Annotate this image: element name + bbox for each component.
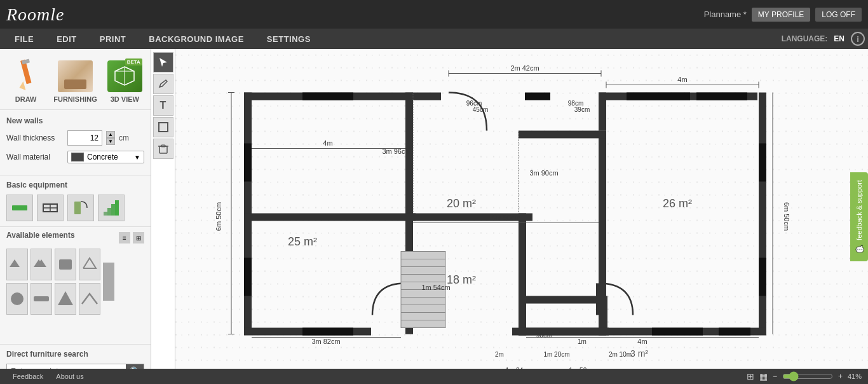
- svg-rect-51: [244, 258, 252, 296]
- canvas-area[interactable]: 25 m² 20 m² 26 m² 18 m² 3 m² 2m 42cm 4m …: [175, 49, 868, 384]
- svg-rect-10: [74, 202, 81, 214]
- wall-thickness-input[interactable]: [67, 130, 102, 146]
- equipment-row: [6, 195, 144, 221]
- my-profile-button[interactable]: MY PROFILE: [752, 8, 810, 22]
- elem-item-5[interactable]: [6, 283, 28, 315]
- header-right: Planname * MY PROFILE LOG OFF: [704, 8, 862, 22]
- material-value: Concrete: [87, 153, 118, 161]
- svg-text:3 m²: 3 m²: [630, 348, 648, 359]
- elements-grid: [6, 249, 100, 315]
- language-value[interactable]: EN: [834, 34, 844, 43]
- menubar-right: LANGUAGE: EN i: [782, 32, 865, 46]
- elem-item-7[interactable]: [55, 283, 76, 315]
- menu-item-background-image[interactable]: BACKGROUND IMAGE: [137, 29, 255, 49]
- equip-item-window[interactable]: [37, 195, 64, 221]
- tool-shape[interactable]: [153, 117, 173, 137]
- elem-item-2[interactable]: [31, 249, 52, 280]
- elem-item-4[interactable]: [79, 249, 100, 280]
- 3dview-tool[interactable]: BETA 3D VIEW: [104, 55, 146, 106]
- tool-select[interactable]: [153, 52, 173, 72]
- logo: Roomle: [6, 4, 65, 25]
- draw-tool[interactable]: DRAW: [5, 55, 46, 106]
- svg-rect-19: [159, 123, 168, 132]
- svg-text:2m: 2m: [495, 351, 504, 358]
- equip-item-wall[interactable]: [6, 195, 33, 221]
- svg-rect-64: [519, 328, 609, 336]
- svg-point-16: [11, 292, 24, 305]
- svg-text:45cm: 45cm: [473, 106, 488, 113]
- available-elements-section: Available elements ≡ ⊞: [0, 227, 151, 344]
- zoom-in-icon[interactable]: +: [838, 372, 843, 381]
- svg-rect-29: [759, 93, 766, 334]
- elements-scroll-btn[interactable]: [103, 263, 114, 301]
- svg-rect-33: [244, 214, 416, 221]
- elem-item-6[interactable]: [31, 283, 52, 315]
- list-view-btn[interactable]: ≡: [119, 232, 130, 243]
- tool-text[interactable]: T: [153, 95, 173, 116]
- svg-text:4m 50cm: 4m 50cm: [491, 214, 520, 221]
- svg-rect-57: [759, 258, 766, 296]
- menu-item-file[interactable]: FILE: [3, 29, 45, 49]
- material-color-swatch: [71, 153, 84, 161]
- draw-icon: [8, 58, 43, 93]
- svg-rect-15: [59, 259, 72, 270]
- statusbar-left: Feedback About us: [6, 373, 90, 380]
- zoom-out-icon[interactable]: −: [773, 372, 777, 381]
- tool-delete[interactable]: [153, 139, 173, 159]
- svg-rect-12: [107, 208, 111, 216]
- language-label: LANGUAGE:: [782, 34, 828, 43]
- menu-item-settings[interactable]: SETTINGS: [255, 29, 322, 49]
- grid-view-btn[interactable]: ⊞: [133, 232, 144, 243]
- elements-scrollbar: [100, 249, 114, 315]
- wall-thickness-row: Wall thickness ▲ ▼ cm: [6, 130, 144, 146]
- furnishing-tool[interactable]: FURNISHING: [50, 55, 100, 106]
- svg-text:4m: 4m: [677, 76, 687, 83]
- furnishing-icon: [58, 58, 93, 93]
- svg-text:90cm: 90cm: [536, 332, 552, 339]
- floorplan-svg: 25 m² 20 m² 26 m² 18 m² 3 m² 2m 42cm 4m …: [175, 49, 868, 384]
- equip-item-door[interactable]: [67, 195, 94, 221]
- menu-item-edit[interactable]: EDIT: [45, 29, 88, 49]
- material-dropdown-arrow: ▼: [134, 154, 140, 161]
- thickness-down-btn[interactable]: ▼: [106, 138, 115, 145]
- draw-label: DRAW: [15, 95, 37, 103]
- svg-rect-60: [719, 328, 750, 336]
- log-off-button[interactable]: LOG OFF: [815, 8, 862, 22]
- about-link[interactable]: About us: [50, 373, 90, 380]
- tool-pencil[interactable]: [153, 74, 173, 94]
- svg-rect-6: [12, 205, 27, 210]
- elem-item-3[interactable]: [55, 249, 76, 280]
- zoom-slider[interactable]: [782, 371, 833, 381]
- avail-header: Available elements ≡ ⊞: [6, 231, 144, 245]
- thickness-up-btn[interactable]: ▲: [106, 131, 115, 138]
- info-icon[interactable]: i: [851, 32, 865, 46]
- 3dview-icon: BETA: [107, 58, 142, 93]
- elements-wrapper: [6, 249, 144, 315]
- wall-material-row: Wall material Concrete ▼: [6, 151, 144, 163]
- svg-rect-17: [34, 296, 49, 301]
- furnishing-label: FURNISHING: [53, 95, 97, 103]
- tools-row: DRAW FURNISHING: [0, 49, 151, 110]
- canvas-wrapper: T: [151, 49, 868, 384]
- grid-icon2: ▦: [759, 371, 768, 381]
- sidebar: DRAW FURNISHING: [0, 49, 151, 384]
- elem-item-1[interactable]: [6, 249, 28, 280]
- wall-material-label: Wall material: [6, 153, 64, 161]
- svg-text:25 m²: 25 m²: [288, 235, 317, 248]
- svg-text:26 m²: 26 m²: [663, 197, 692, 210]
- equip-item-stair[interactable]: [98, 195, 125, 221]
- 3dview-label: 3D VIEW: [111, 95, 139, 103]
- feedback-tab[interactable]: 💬 feedback & support: [850, 172, 868, 261]
- svg-rect-20: [159, 146, 167, 153]
- left-toolbar: T: [151, 49, 175, 384]
- svg-rect-13: [111, 204, 115, 216]
- wall-thickness-label: Wall thickness: [6, 134, 64, 142]
- feedback-link[interactable]: Feedback: [6, 373, 50, 380]
- elem-item-8[interactable]: [79, 283, 100, 315]
- svg-text:1m: 1m: [578, 338, 587, 345]
- wall-material-select[interactable]: Concrete ▼: [67, 151, 144, 163]
- menu-item-print[interactable]: PRINT: [88, 29, 138, 49]
- thickness-spinners: ▲ ▼: [106, 131, 115, 145]
- svg-rect-50: [244, 144, 252, 182]
- zoom-level: 41%: [848, 373, 862, 380]
